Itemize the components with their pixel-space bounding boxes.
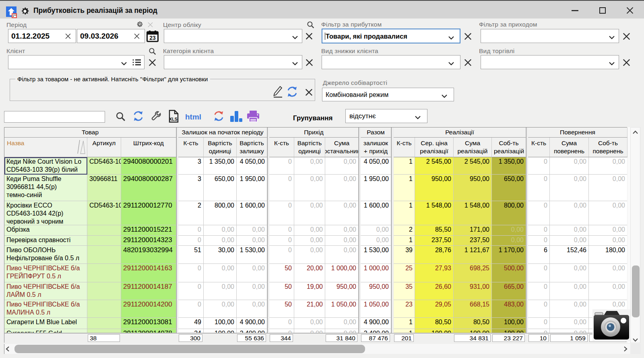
svg-text:XLS: XLS [169,117,177,121]
svg-text:23: 23 [149,35,156,41]
